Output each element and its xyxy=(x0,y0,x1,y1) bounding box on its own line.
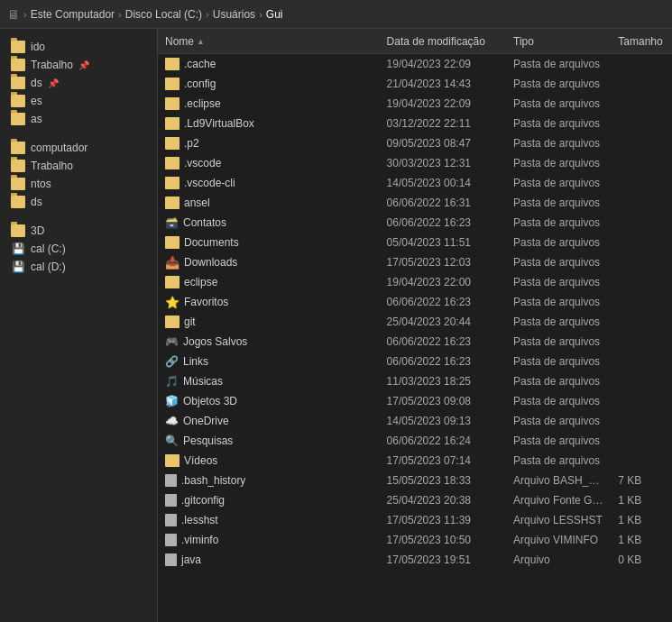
pin-icon: 📌 xyxy=(48,78,59,88)
file-type: Arquivo VIMINFO xyxy=(506,534,611,546)
file-name: git xyxy=(158,316,380,328)
file-type: Pasta de arquivos xyxy=(506,97,611,110)
table-row[interactable]: 🎮 Jogos Salvos 06/06/2022 16:23 Pasta de… xyxy=(158,332,672,352)
file-date: 17/05/2023 19:51 xyxy=(380,553,506,566)
table-row[interactable]: .p2 09/05/2023 08:47 Pasta de arquivos xyxy=(158,133,672,153)
table-row[interactable]: Documents 05/04/2023 11:51 Pasta de arqu… xyxy=(158,233,672,252)
sidebar-item-as[interactable]: as xyxy=(0,110,157,128)
file-type: Pasta de arquivos xyxy=(506,216,611,229)
file-name: 🧊 Objetos 3D xyxy=(158,395,380,407)
table-row[interactable]: eclipse 19/04/2023 22:00 Pasta de arquiv… xyxy=(158,272,672,292)
file-name: ☁️ OneDrive xyxy=(158,415,380,427)
table-row[interactable]: .cache 19/04/2023 22:09 Pasta de arquivo… xyxy=(158,54,672,74)
file-date: 25/04/2023 20:44 xyxy=(380,316,506,328)
table-row[interactable]: 🔗 Links 06/06/2022 16:23 Pasta de arquiv… xyxy=(158,352,672,371)
file-name: 🎵 Músicas xyxy=(158,375,380,388)
file-date: 06/06/2022 16:24 xyxy=(380,434,506,447)
sidebar-item-ds[interactable]: ds 📌 xyxy=(0,74,157,92)
sidebar-item-computador[interactable]: computador xyxy=(0,139,157,157)
file-date: 17/05/2023 10:50 xyxy=(380,534,506,546)
table-row[interactable]: ansel 06/06/2022 16:31 Pasta de arquivos xyxy=(158,193,672,213)
table-row[interactable]: 🔍 Pesquisas 06/06/2022 16:24 Pasta de ar… xyxy=(158,431,672,451)
folder-icon xyxy=(11,160,25,172)
table-row[interactable]: ☁️ OneDrive 14/05/2023 09:13 Pasta de ar… xyxy=(158,411,672,431)
table-row[interactable]: Vídeos 17/05/2023 07:14 Pasta de arquivo… xyxy=(158,451,672,471)
file-date: 06/06/2022 16:23 xyxy=(380,296,506,308)
file-type: Pasta de arquivos xyxy=(506,236,611,249)
folder-icon xyxy=(165,97,180,110)
col-header-size[interactable]: Tamanho xyxy=(611,35,672,48)
file-type: Pasta de arquivos xyxy=(506,137,611,150)
file-name: .viminfo xyxy=(158,534,380,546)
table-row[interactable]: .lesshst 17/05/2023 11:39 Arquivo LESSHS… xyxy=(158,510,672,530)
file-type: Pasta de arquivos xyxy=(506,375,611,388)
download-folder-icon: 📥 xyxy=(165,256,180,270)
file-size: 0 KB xyxy=(611,553,672,566)
col-header-name[interactable]: Nome ▲ xyxy=(158,35,380,48)
sidebar-item-trabalho2[interactable]: Trabalho xyxy=(0,157,157,175)
breadcrumb-users[interactable]: Usuários xyxy=(213,8,255,21)
sidebar-item-3d[interactable]: 3D xyxy=(0,222,157,240)
sidebar-label: cal (C:) xyxy=(31,242,66,255)
breadcrumb-disk[interactable]: Disco Local (C:) xyxy=(125,8,202,21)
sidebar-item-cal-d[interactable]: 💾 cal (D:) xyxy=(0,258,157,276)
table-row[interactable]: git 25/04/2023 20:44 Pasta de arquivos xyxy=(158,312,672,332)
sidebar-label: ntos xyxy=(31,178,51,190)
table-row[interactable]: java 17/05/2023 19:51 Arquivo 0 KB xyxy=(158,550,672,570)
file-date: 06/06/2022 16:31 xyxy=(380,197,506,209)
file-name: java xyxy=(158,553,380,566)
table-row[interactable]: 🧊 Objetos 3D 17/05/2023 09:08 Pasta de a… xyxy=(158,391,672,411)
file-name: .p2 xyxy=(158,137,380,150)
table-row[interactable]: .gitconfig 25/04/2023 20:38 Arquivo Font… xyxy=(158,490,672,510)
file-date: 05/04/2023 11:51 xyxy=(380,236,506,249)
folder-icon xyxy=(165,117,180,130)
file-date: 06/06/2022 16:23 xyxy=(380,216,506,229)
sidebar-label: computador xyxy=(31,142,87,154)
disk-icon: 💾 xyxy=(11,242,25,255)
sidebar-item-ntos[interactable]: ntos xyxy=(0,175,157,193)
table-row[interactable]: .vscode-cli 14/05/2023 00:14 Pasta de ar… xyxy=(158,173,672,193)
col-header-type[interactable]: Tipo xyxy=(506,35,611,48)
3d-folder-icon: 🧊 xyxy=(165,395,179,407)
file-icon xyxy=(165,474,177,487)
file-name: 🔗 Links xyxy=(158,355,380,368)
table-row[interactable]: .bash_history 15/05/2023 18:33 Arquivo B… xyxy=(158,471,672,490)
sidebar-item-ido[interactable]: ido xyxy=(0,38,157,56)
sidebar-item-cal-c[interactable]: 💾 cal (C:) xyxy=(0,240,157,258)
file-type: Arquivo BASH_Hi... xyxy=(506,474,611,487)
table-row[interactable]: ⭐ Favoritos 06/06/2022 16:23 Pasta de ar… xyxy=(158,292,672,312)
table-row[interactable]: .viminfo 17/05/2023 10:50 Arquivo VIMINF… xyxy=(158,530,672,550)
sidebar-item-ds2[interactable]: ds xyxy=(0,193,157,211)
table-row[interactable]: .eclipse 19/04/2023 22:09 Pasta de arqui… xyxy=(158,94,672,114)
sidebar-item-trabalho[interactable]: Trabalho 📌 xyxy=(0,56,157,74)
file-name: .vscode-cli xyxy=(158,177,380,189)
file-type: Pasta de arquivos xyxy=(506,296,611,308)
file-name: 🔍 Pesquisas xyxy=(158,434,380,447)
breadcrumb-computer[interactable]: Este Computador xyxy=(31,8,115,21)
sidebar-item-es[interactable]: es xyxy=(0,92,157,110)
file-name: 🗃️ Contatos xyxy=(158,216,380,229)
folder-icon xyxy=(165,157,180,169)
file-size: 1 KB xyxy=(611,534,672,546)
breadcrumb-sep: › xyxy=(259,9,262,20)
file-name: .config xyxy=(158,78,380,90)
file-date: 14/05/2023 00:14 xyxy=(380,177,506,189)
file-name: .Ld9VirtualBox xyxy=(158,117,380,130)
file-name: .vscode xyxy=(158,157,380,169)
table-row[interactable]: .config 21/04/2023 14:43 Pasta de arquiv… xyxy=(158,74,672,94)
table-row[interactable]: .Ld9VirtualBox 03/12/2022 22:11 Pasta de… xyxy=(158,114,672,133)
file-name: 📥 Downloads xyxy=(158,256,380,270)
file-date: 17/05/2023 09:08 xyxy=(380,395,506,407)
table-row[interactable]: 🗃️ Contatos 06/06/2022 16:23 Pasta de ar… xyxy=(158,213,672,233)
table-row[interactable]: 🎵 Músicas 11/03/2023 18:25 Pasta de arqu… xyxy=(158,371,672,391)
sidebar-label: ds xyxy=(31,196,42,208)
breadcrumb-current[interactable]: Gui xyxy=(266,8,283,21)
file-type: Pasta de arquivos xyxy=(506,117,611,130)
table-row[interactable]: 📥 Downloads 17/05/2023 12:03 Pasta de ar… xyxy=(158,252,672,272)
col-header-date[interactable]: Data de modificação xyxy=(380,35,506,48)
folder-icon xyxy=(165,197,180,209)
file-name: .gitconfig xyxy=(158,494,380,507)
file-type: Arquivo LESSHST xyxy=(506,514,611,526)
table-row[interactable]: .vscode 30/03/2023 12:31 Pasta de arquiv… xyxy=(158,153,672,173)
file-type: Arquivo Fonte Git ... xyxy=(506,494,611,507)
